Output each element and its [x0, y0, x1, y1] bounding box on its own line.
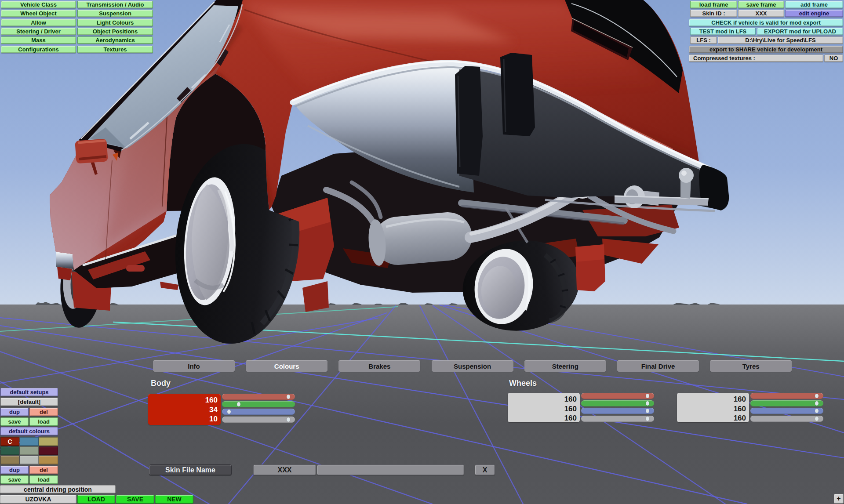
wheel2-blue-slider[interactable] — [750, 408, 823, 414]
lfs-vehicle-editor: Vehicle ClassTransmission / AudioWheel O… — [0, 0, 844, 504]
body-red-slider-handle[interactable] — [287, 395, 290, 399]
check-valid-button[interactable]: CHECK if vehicle is valid for mod export — [689, 19, 843, 26]
load-frame-button[interactable]: load frame — [690, 1, 737, 8]
palette-colour-8[interactable] — [39, 456, 58, 464]
palette-colour-1[interactable] — [20, 437, 39, 446]
default-colours-button[interactable]: default colours — [0, 427, 58, 435]
skin-id-label: Skin ID : — [690, 10, 737, 17]
menu-item-vehicle-class[interactable]: Vehicle Class — [1, 1, 76, 8]
compressed-textures-value[interactable]: NO — [824, 54, 843, 62]
save-vehicle-button[interactable]: SAVE — [116, 495, 154, 504]
wheels-section-label: Wheels — [509, 379, 537, 388]
palette-colour-2[interactable] — [39, 437, 58, 446]
menu-item-light-colours[interactable]: Light Colours — [77, 19, 153, 26]
menu-item-object-positions[interactable]: Object Positions — [77, 28, 153, 35]
palette-colour-4[interactable] — [20, 446, 39, 455]
wheel1-red-slider[interactable] — [581, 393, 654, 399]
load-vehicle-button[interactable]: LOAD — [77, 495, 115, 504]
tab-colours[interactable]: Colours — [246, 360, 327, 372]
wheel2-red-slider-handle[interactable] — [815, 394, 819, 398]
body-green-slider[interactable] — [222, 401, 295, 407]
body-colour-swatch[interactable]: 160 34 10 — [148, 394, 221, 425]
lfs-path-button[interactable]: D:\Hry\Live for Speed\LFS — [718, 36, 843, 44]
body-extra-slider-handle[interactable] — [287, 417, 290, 422]
menu-item-mass[interactable]: Mass — [1, 36, 76, 44]
wheel1-colour-swatch[interactable]: 160 160 160 — [508, 393, 580, 422]
compressed-textures-label[interactable]: Compressed textures : — [689, 54, 823, 62]
wheel2-green-slider[interactable] — [750, 400, 823, 406]
colour-load-button[interactable]: load — [29, 475, 58, 484]
menu-item-textures[interactable]: Textures — [77, 46, 153, 53]
setup-save-button[interactable]: save — [0, 417, 29, 426]
palette-colour-3[interactable] — [0, 446, 19, 455]
tab-info[interactable]: Info — [153, 360, 235, 372]
vehicle-name-button[interactable]: UZOVKA — [0, 495, 76, 504]
export-mod-button[interactable]: EXPORT mod for UPLOAD — [757, 28, 843, 35]
central-driving-position-button[interactable]: central driving position — [0, 485, 116, 493]
current-setup-button[interactable]: [default] — [0, 398, 58, 406]
skin-file-name-label: Skin File Name — [149, 464, 232, 475]
viewport-3d[interactable] — [0, 0, 844, 504]
edit-engine-button[interactable]: edit engine — [785, 10, 843, 17]
skin-file-clear-button[interactable]: X — [475, 464, 495, 475]
export-share-button[interactable]: export to SHARE vehicle for development — [689, 46, 843, 53]
wheel1-green-slider-handle[interactable] — [646, 401, 649, 406]
wheel2-green-slider-handle[interactable] — [815, 401, 819, 406]
wheel1-blue-slider[interactable] — [581, 408, 654, 414]
lfs-label: LFS : — [690, 36, 717, 44]
skin-id-value[interactable]: XXX — [738, 10, 784, 17]
add-panel-button[interactable]: + — [834, 494, 844, 504]
body-red-slider[interactable] — [222, 394, 295, 400]
palette-colour-0[interactable]: C — [0, 437, 19, 446]
wheel1-extra-slider[interactable] — [581, 416, 654, 422]
tab-brakes[interactable]: Brakes — [338, 360, 420, 372]
menu-item-aerodynamics[interactable]: Aerodynamics — [77, 36, 153, 44]
menu-item-transmission-audio[interactable]: Transmission / Audio — [77, 1, 153, 8]
setup-del-button[interactable]: del — [29, 408, 58, 416]
new-vehicle-button[interactable]: NEW — [155, 495, 193, 504]
palette-colour-6[interactable] — [0, 456, 19, 464]
wheel1-rgb-values: 160 160 160 — [564, 395, 577, 423]
body-section-label: Body — [151, 379, 171, 388]
body-blue-slider-handle[interactable] — [227, 410, 231, 414]
colour-save-button[interactable]: save — [0, 475, 29, 484]
skin-file-input[interactable] — [317, 464, 464, 475]
menu-item-wheel-object[interactable]: Wheel Object — [1, 10, 76, 17]
body-rgb-values: 160 34 10 — [205, 395, 218, 424]
wheel1-red-slider-handle[interactable] — [646, 394, 649, 398]
wheel2-rgb-values: 160 160 160 — [734, 395, 746, 423]
save-frame-button[interactable]: save frame — [738, 1, 784, 8]
wheel2-red-slider[interactable] — [750, 393, 823, 399]
colour-del-button[interactable]: del — [29, 466, 58, 474]
test-mod-button[interactable]: TEST mod in LFS — [690, 28, 756, 35]
setup-load-button[interactable]: load — [29, 417, 58, 426]
menu-item-configurations[interactable]: Configurations — [1, 46, 76, 53]
body-green-slider-handle[interactable] — [237, 402, 240, 406]
tab-steering[interactable]: Steering — [524, 360, 606, 372]
tab-suspension[interactable]: Suspension — [432, 360, 513, 372]
menu-item-allow[interactable]: Allow — [1, 19, 76, 26]
wheel1-green-slider[interactable] — [581, 400, 654, 406]
wheel1-extra-slider-handle[interactable] — [646, 417, 649, 421]
default-setups-button[interactable]: default setups — [0, 388, 58, 396]
wheel2-extra-slider-handle[interactable] — [815, 417, 819, 421]
setup-dup-button[interactable]: dup — [0, 408, 29, 416]
menu-item-steering-driver[interactable]: Steering / Driver — [1, 28, 76, 35]
wheel2-extra-slider[interactable] — [750, 416, 823, 422]
wheel2-colour-swatch[interactable]: 160 160 160 — [677, 393, 749, 422]
tab-final-drive[interactable]: Final Drive — [617, 360, 699, 372]
wheel2-blue-slider-handle[interactable] — [815, 409, 819, 413]
wheel1-blue-slider-handle[interactable] — [646, 409, 649, 413]
body-blue-slider[interactable] — [222, 409, 295, 415]
tab-tyres[interactable]: Tyres — [710, 360, 792, 372]
body-extra-slider[interactable] — [222, 417, 295, 423]
palette-colour-7[interactable] — [20, 456, 39, 464]
add-frame-button[interactable]: add frame — [785, 1, 843, 8]
palette-colour-5[interactable] — [39, 446, 58, 455]
colour-dup-button[interactable]: dup — [0, 466, 29, 474]
skin-file-xxx-button[interactable]: XXX — [253, 464, 316, 475]
menu-item-suspension[interactable]: Suspension — [77, 10, 153, 17]
